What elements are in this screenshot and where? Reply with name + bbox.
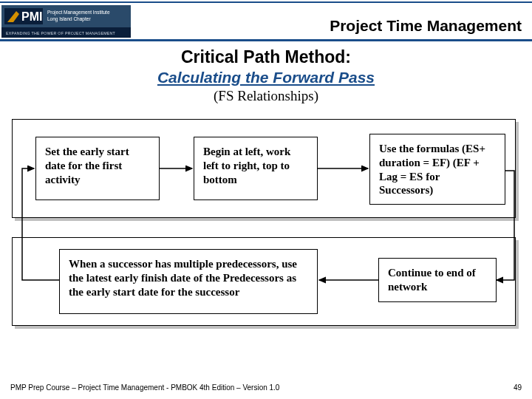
logo-text-pmi: PMI <box>21 10 42 23</box>
page-number: 49 <box>514 383 522 392</box>
header-title: Project Time Management <box>131 8 532 35</box>
step-box-3: Use the formulas (ES+ duration = EF) (EF… <box>369 134 505 205</box>
slide-subtitle: Calculating the Forward Pass <box>15 69 517 86</box>
logo-tagline: EXPANDING THE POWER OF PROJECT MANAGEMEN… <box>6 31 116 35</box>
step-box-2: Begin at left, work left to right, top t… <box>194 137 318 200</box>
slide-title: Critical Path Method: <box>15 47 517 67</box>
step-box-5: Continue to end of network <box>378 258 497 302</box>
footer-text: PMP Prep Course – Project Time Managemen… <box>10 383 279 392</box>
pmi-logo: PMI Project Management Institute Long Is… <box>1 5 131 38</box>
title-block: Critical Path Method: Calculating the Fo… <box>0 41 532 104</box>
step-box-1: Set the early start date for the first a… <box>35 137 160 200</box>
slide-header: PMI Project Management Institute Long Is… <box>0 0 532 41</box>
step-box-4: When a successor has multiple predecesso… <box>59 249 318 314</box>
flow-diagram: Set the early start date for the first a… <box>12 119 520 363</box>
slide-paren: (FS Relationships) <box>15 88 517 104</box>
logo-line2: Long Island Chapter <box>47 16 91 22</box>
logo-line1: Project Management Institute <box>47 10 110 16</box>
slide-footer: PMP Prep Course – Project Time Managemen… <box>10 383 522 392</box>
